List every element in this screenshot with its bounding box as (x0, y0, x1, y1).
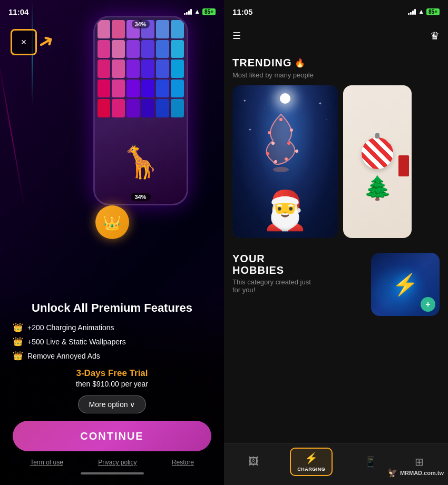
mrmad-watermark: 🦅 MRMAD.com.tw (387, 468, 444, 478)
hamburger-icon[interactable]: ☰ (232, 30, 241, 42)
hobbies-subtitle: This category created justfor you! (232, 278, 371, 294)
hobbies-card-inner: ⚡ + (371, 253, 440, 316)
premium-title: Unlock All Premium Features (13, 301, 211, 315)
charging-nav-icon: ⚡ (305, 452, 318, 464)
hobbies-text: YOURHOBBIES This category created justfo… (232, 253, 371, 294)
signal-bar-r3 (412, 11, 414, 15)
lightning-icon: ⚡ (392, 272, 418, 297)
grid-cell (98, 40, 111, 58)
time-right: 11:05 (232, 7, 252, 16)
grid-cell (126, 99, 140, 117)
charging-nav-label: CHARGING (297, 467, 325, 472)
grid-cell (126, 80, 140, 98)
signal-bar-2 (186, 12, 188, 15)
grid-cell (141, 80, 154, 98)
status-icons-right: ▲ 85+ (408, 8, 440, 15)
grid-cell (98, 99, 111, 117)
giraffe-figure: 🦒 (120, 130, 162, 193)
mini-christmas-tree: 🌲 (363, 174, 392, 202)
trending-card-ornaments[interactable]: 🌲 (343, 85, 412, 238)
santa-figure: 🎅 (261, 188, 309, 233)
right-panel: 11:05 ▲ 85+ ☰ ♛ TRENDING 🔥 Most liked by… (224, 0, 448, 485)
close-icon: × (21, 37, 27, 48)
home-indicator (81, 472, 144, 474)
privacy-link[interactable]: Privacy policy (98, 459, 137, 466)
close-button[interactable]: × (11, 29, 37, 55)
restore-link[interactable]: Restore (172, 459, 194, 466)
grid-cell (156, 40, 169, 58)
star-glow (280, 93, 290, 104)
trending-card-christmas[interactable]: ✦ · ✦ · ✦ (232, 85, 338, 238)
grid-cell (98, 60, 111, 78)
grid-cell (141, 60, 154, 78)
svg-point-8 (271, 142, 275, 145)
ornament-ball (362, 137, 393, 169)
nav-item-wallpaper[interactable]: 🖼 (242, 452, 265, 471)
crown-icon-3: 👑 (13, 351, 23, 361)
wifi-icon-right: ▲ (418, 8, 424, 15)
premium-offer: Unlock All Premium Features 👑 +200 Charg… (0, 291, 224, 485)
signal-bar-r4 (414, 9, 416, 15)
feature-text-3: Remove Annoyed Ads (27, 352, 100, 360)
light-tree (260, 109, 302, 174)
crown-icon-2: 👑 (13, 336, 23, 347)
trending-section: TRENDING 🔥 Most liked by many people ✦ ·… (224, 48, 448, 244)
svg-point-7 (266, 152, 269, 155)
signal-bar-4 (190, 9, 192, 15)
feature-text-1: +200 Charging Animations (27, 323, 114, 332)
battery-right: 85+ (426, 8, 440, 15)
add-button[interactable]: + (421, 297, 435, 312)
grid-cell (156, 60, 169, 78)
signal-bar-1 (184, 13, 186, 15)
bottom-nav-right: 🖼 ⚡ CHARGING 📱 ⊞ 🦅 MRMAD.com.tw (224, 443, 448, 485)
grid-cell (126, 60, 140, 78)
nav-item-phone[interactable]: 📱 (358, 452, 384, 471)
terms-link[interactable]: Term of use (30, 459, 63, 466)
nav-item-charging[interactable]: ⚡ CHARGING (290, 448, 333, 476)
crown-large-icon: 👑 (95, 205, 129, 239)
signal-bar-r2 (410, 12, 412, 15)
top-nav-right: ☰ ♛ (224, 23, 448, 48)
signal-icon-right (408, 8, 416, 15)
grid-cell (171, 80, 184, 98)
snowflake: ✦ (248, 127, 252, 132)
crown-nav-icon[interactable]: ♛ (430, 29, 440, 42)
hobbies-card[interactable]: ⚡ + (371, 253, 440, 316)
christmas-scene: ✦ · ✦ · ✦ (232, 85, 338, 238)
grid-cell (156, 80, 169, 98)
bottom-links: Term of use Privacy policy Restore (13, 459, 211, 466)
price-text: then $910.00 per year (13, 380, 211, 388)
grid-cell (112, 99, 125, 117)
hobbies-section: YOURHOBBIES This category created justfo… (224, 244, 448, 322)
phone-grid (95, 17, 187, 120)
trending-cards: ✦ · ✦ · ✦ (232, 85, 440, 238)
wallpaper-nav-icon: 🖼 (248, 456, 259, 468)
trending-title-row: TRENDING 🔥 (232, 57, 440, 69)
neon-line-pink (0, 54, 25, 210)
svg-point-3 (287, 142, 290, 145)
trial-text: 3-Days Free Trial (13, 368, 211, 379)
right-scroll-content: TRENDING 🔥 Most liked by many people ✦ ·… (224, 48, 448, 485)
hobbies-title: YOURHOBBIES (232, 253, 371, 276)
grid-cell (112, 60, 125, 78)
phone-percent-bottom: 34% (130, 193, 150, 201)
grid-cell (112, 80, 125, 98)
grid-cell (98, 80, 111, 98)
gift-box (398, 155, 409, 176)
grid-cell (171, 40, 184, 58)
signal-icon (184, 8, 192, 15)
feature-item: 👑 Remove Annoyed Ads (13, 351, 211, 361)
grid-cell (171, 60, 184, 78)
svg-point-2 (290, 128, 293, 132)
left-panel: 11:04 ▲ 85+ × ➜ 34% (0, 0, 224, 485)
ornament-scene: 🌲 (343, 85, 412, 238)
feature-item: 👑 +200 Charging Animations (13, 322, 211, 332)
more-option-button[interactable]: More option ∨ (78, 395, 147, 413)
battery-left: 85+ (202, 8, 216, 15)
trending-title: TRENDING (232, 57, 291, 69)
feature-list: 👑 +200 Charging Animations 👑 +500 Live &… (13, 322, 211, 361)
status-bar-right: 11:05 ▲ 85+ (224, 0, 448, 23)
continue-button[interactable]: CONTINUE (13, 421, 211, 451)
status-bar-left: 11:04 ▲ 85+ (0, 0, 224, 23)
svg-point-5 (285, 157, 288, 161)
